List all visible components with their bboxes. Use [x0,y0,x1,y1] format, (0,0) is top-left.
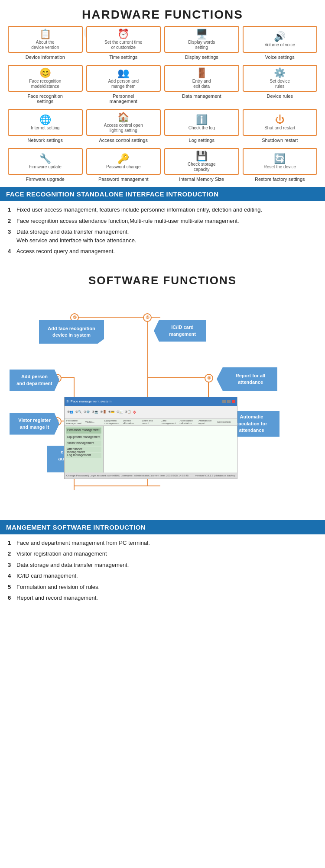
mgmt-num-6: 6 [8,594,16,602]
access-icon: 🏠 [104,112,143,123]
reset-icon: 🔄 [264,153,296,164]
hardware-grid: 📋 About thedevice version ⏰ Set the curr… [0,26,325,182]
software-header: SOFTWARE FUNCTIONS [0,264,325,291]
interface-intro-header: FACE RECOGNITION STANDALONE INTERFACE IN… [0,187,325,201]
hardware-header: HARDWARE FUNCTIONS [0,0,325,26]
rules-icon: ⚙️ [270,68,290,79]
hw-cell-time[interactable]: ⏰ Set the current timeor customize [86,26,161,53]
mgmt-item-6: 6 Report and record management. [8,594,317,602]
label-password: Password management [86,176,161,182]
hw-cell-rules[interactable]: ⚙️ Set devicerules [243,65,318,92]
hardware-title: HARDWARE FUNCTIONS [4,8,321,22]
mgmt-num-4: 4 [8,572,16,580]
intro-item-1: 1 Fixed user access management, features… [8,206,317,214]
hw-cell-voice[interactable]: 🔊 Volume of voice [243,26,318,53]
shutdown-text: Shut and restart [264,125,295,131]
hw-cell-shutdown[interactable]: ⏻ Shut and restart [243,109,318,136]
hw-cell-data[interactable]: 🚪 Entry andexit data [164,65,239,92]
hw-cell-face[interactable]: 😊 Face recognitionmode/distance [8,65,83,92]
hw-cell-personnel[interactable]: 👥 Add person andmange them [86,65,161,92]
password-icon: 🔑 [106,153,141,164]
voice-icon: 🔊 [264,31,295,42]
label-device-info: Device information [8,54,83,60]
label-personnel: Personnelmanagement [86,93,161,104]
label-network: Network settings [8,137,83,143]
display-icon: 🖥️ [188,29,215,40]
personnel-text: Add person andmange them [108,79,139,89]
label-time: Time settings [86,54,161,60]
intro-num-2: 2 [8,217,16,225]
intro-item-3: 3 Data storage and data transfer managem… [8,228,317,244]
storage-icon: 💾 [188,151,215,162]
mgmt-item-1: 1 Face and department management from PC… [8,539,317,547]
personnel-icon: 👥 [108,68,139,79]
label-rules: Device rules [243,93,318,104]
shutdown-icon: ⏻ [264,114,295,125]
mgmt-intro-section: MANGEMENT SOFTWARE INTRODUCTION 1 Face a… [0,520,325,620]
intro-item-4: 4 Access record query and management. [8,247,317,256]
label-display: Display settings [164,54,239,60]
intro-text-4: Access record query and management. [16,247,115,256]
network-text: Internet setting [31,125,59,131]
data-icon: 🚪 [192,68,211,79]
label-log: Log settings [164,137,239,143]
label-shutdown: Shutdown restart [243,137,318,143]
intro-item-2: 2 Face recognition access attendance fun… [8,217,317,225]
mgmt-text-2: Visitor registration and management [16,550,107,558]
label-firmware: Firmware upgrade [8,176,83,182]
hw-row-2: 😊 Face recognitionmode/distance 👥 Add pe… [8,65,317,92]
log-text: Check the log [188,125,215,131]
log-icon: ℹ️ [188,114,215,125]
hw-labels-1: Device information Time settings Display… [8,54,317,60]
mgmt-num-3: 3 [8,561,16,569]
time-text: Set the current timeor customize [104,40,142,50]
display-text: Display wordssetting [188,40,215,50]
interface-intro-list: 1 Fixed user access management, features… [0,201,325,264]
mgmt-intro-header: MANGEMENT SOFTWARE INTRODUCTION [0,520,325,534]
mgmt-item-3: 3 Data storage and data transfer managem… [8,561,317,569]
network-icon: 🌐 [31,114,59,125]
hw-cell-password[interactable]: 🔑 Password change [86,148,161,175]
label-voice: Voice settings [243,54,318,60]
circle-6: ⑥ [143,313,152,322]
mgmt-item-4: 4 IC/ID card management. [8,572,317,580]
device-info-icon: 📋 [31,29,59,40]
firmware-icon: 🔧 [29,153,62,164]
mgmt-num-5: 5 [8,583,16,592]
data-text: Entry andexit data [192,79,211,89]
hw-cell-display[interactable]: 🖥️ Display wordssetting [164,26,239,53]
mgmt-text-4: IC/ID card management. [16,572,78,580]
intro-text-3: Data storage and data transfer managemen… [16,228,136,244]
password-text: Password change [106,164,141,170]
hw-cell-log[interactable]: ℹ️ Check the log [164,109,239,136]
circle-8: ⑧ [205,374,213,383]
hw-labels-4: Firmware upgrade Password management Int… [8,176,317,182]
hw-cell-firmware[interactable]: 🔧 Firmware update [8,148,83,175]
callout-visitor: Vistor registerand mange it [10,413,59,435]
intro-text-2: Face recognition access attendance funct… [16,217,239,225]
label-storage: Internal Memory Size [164,176,239,182]
hw-cell-reset[interactable]: 🔄 Reset the device [243,148,318,175]
intro-num-4: 4 [8,247,16,256]
rules-text: Set devicerules [270,79,290,89]
hw-row-3: 🌐 Internet setting 🏠 Access control open… [8,109,317,136]
hw-cell-device-info[interactable]: 📋 About thedevice version [8,26,83,53]
hw-labels-2: Face recognitionsettings Personnelmanage… [8,93,317,104]
mgmt-item-5: 5 Formulation and revision of rules. [8,583,317,592]
callout-ic-id-card: IC/ID cardmangement [154,320,206,342]
bottom-line-h [74,485,160,486]
firmware-text: Firmware update [29,164,62,170]
hw-cell-storage[interactable]: 💾 Check storagecapacity [164,148,239,175]
hw-cell-network[interactable]: 🌐 Internet setting [8,109,83,136]
hw-row-1: 📋 About thedevice version ⏰ Set the curr… [8,26,317,53]
intro-num-1: 1 [8,206,16,214]
intro-text-1: Fixed user access management, features i… [16,206,262,214]
reset-text: Reset the device [264,164,296,170]
voice-text: Volume of voice [264,42,295,48]
hw-cell-access[interactable]: 🏠 Access control openlighting setting [86,109,161,136]
label-face: Face recognitionsettings [8,93,83,104]
face-icon: 😊 [29,68,61,79]
time-icon: ⏰ [104,29,142,40]
screenshot-mockup: S: Face management system ①👥 ②🔍 ③⚙️ ④💻 ⑤… [64,397,237,479]
mgmt-text-6: Report and record management. [16,594,98,602]
